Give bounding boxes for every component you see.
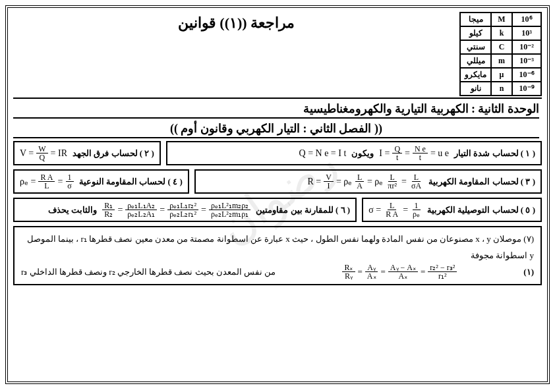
prefix-row: سنتيC10⁻²	[460, 40, 541, 54]
formula-box-6: ( ٦ ) للمقارنة بين مقاومتين R₁R₂ = ρₑ₁L₁…	[13, 198, 357, 222]
page-number: (١)	[523, 264, 534, 281]
prefix-pow: 10⁻⁶	[512, 68, 541, 82]
problem-line1: (٧) موصلان x ، y مصنوعان من نفس المادة و…	[21, 231, 534, 264]
prefix-pow: 10³	[512, 26, 541, 40]
box2-label: ( ٢ ) لحساب فرق الجهد	[73, 148, 154, 159]
prefix-ar: ميجا	[460, 13, 491, 26]
prefix-sym: C	[491, 40, 512, 54]
prefix-sym: μ	[491, 68, 512, 82]
formula-box-1: ( ١ ) لحساب شدة التيار I = Qt = N et = u…	[166, 141, 542, 165]
formula-box-3: ( ٣ ) لحساب المقاومة الكهربية R = VI = ρ…	[194, 169, 542, 194]
prefix-pow: 10⁻³	[512, 54, 541, 68]
problem-line2: من نفس المعدن بحيث نصف قطرها الخارجي r₂ …	[21, 264, 276, 281]
prefix-row: ميلليm10⁻³	[460, 54, 541, 68]
prefix-sym: n	[491, 82, 512, 96]
box4-formula: ρₑ = R AL = 1σ	[20, 173, 74, 190]
problem-formula: RₓRᵧ = AᵧAₓ = Aᵧ − AₓAₓ = r₂² − r₃²r₁²	[342, 264, 457, 280]
prefix-sym: m	[491, 54, 512, 68]
prefix-ar: كيلو	[460, 26, 491, 40]
box1-label: ( ١ ) لحساب شدة التيار	[454, 148, 535, 159]
divider	[13, 98, 542, 99]
prefix-row: كيلوk10³	[460, 26, 541, 40]
prefix-pow: 10⁻²	[512, 40, 541, 54]
prefix-pow: 10⁶	[512, 13, 541, 26]
prefix-sym: M	[491, 13, 512, 26]
box5-formula: σ = LR A = 1ρₑ	[368, 202, 422, 218]
formula-box-4: ( ٤ ) لحساب المقاومة النوعية ρₑ = R AL =…	[13, 169, 189, 194]
prefix-ar: نانو	[460, 82, 491, 96]
box6-label: ( ٦ ) للمقارنة بين مقاومتين	[256, 205, 350, 215]
prefix-ar: ميللي	[460, 54, 491, 68]
prefix-row: ميجاM10⁶	[460, 13, 541, 26]
page-title: مراجعة ((١)) قوانين	[13, 14, 459, 32]
box6-formula: R₁R₂ = ρₑ₁L₁A₂ρₑ₂L₂A₁ = ρₑ₁L₁r₂²ρₑ₂L₂r₁²…	[102, 202, 250, 218]
unit-title: الوحدة الثانية : الكهربية التيارية والكه…	[13, 101, 539, 119]
box2-formula: V = WQ = IR	[20, 145, 67, 161]
formula-box-2: ( ٢ ) لحساب فرق الجهد V = WQ = IR	[13, 141, 161, 165]
box5-label: ( ٥ ) لحساب التوصيلية الكهربية	[427, 205, 535, 215]
formula-box-5: ( ٥ ) لحساب التوصيلية الكهربية σ = LR A …	[362, 198, 542, 222]
box4-label: ( ٤ ) لحساب المقاومة النوعية	[79, 177, 183, 187]
prefix-row: مايكروμ10⁻⁶	[460, 68, 541, 82]
prefix-row: نانوn10⁻⁹	[460, 82, 541, 96]
box3-label: ( ٣ ) لحساب المقاومة الكهربية	[428, 177, 535, 187]
prefix-pow: 10⁻⁹	[512, 82, 541, 96]
prefix-ar: سنتي	[460, 40, 491, 54]
prefix-table: ميجاM10⁶كيلوk10³سنتيC10⁻²ميلليm10⁻³مايكر…	[459, 12, 542, 96]
problem-box-7: (٧) موصلان x ، y مصنوعان من نفس المادة و…	[13, 226, 542, 285]
box1-mid: ويكون	[351, 148, 374, 159]
box1-q: Q = N e = I t	[299, 148, 347, 159]
prefix-sym: k	[491, 26, 512, 40]
chapter-title: (( الفصل الثاني : التيار الكهربي وقانون …	[13, 121, 539, 138]
prefix-ar: مايكرو	[460, 68, 491, 82]
box1-formula: I = Qt = N et = u e	[379, 145, 449, 161]
box3-formula: R = VI = ρₑ LA = ρₑ Lπr² = LσA	[308, 173, 424, 190]
box6-tail: والثابت يحذف	[48, 205, 97, 215]
